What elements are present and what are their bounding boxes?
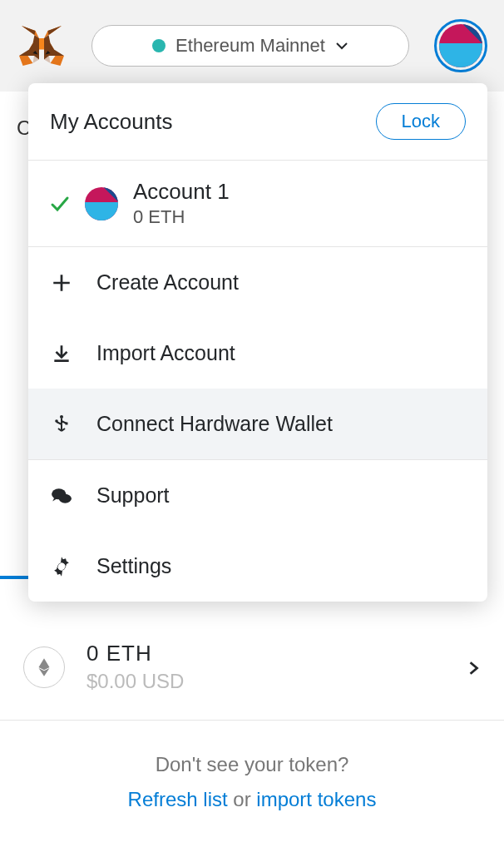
- metamask-fox-logo: [17, 21, 67, 71]
- account-avatar-icon: [85, 187, 118, 220]
- svg-marker-3: [19, 56, 33, 66]
- svg-point-17: [59, 493, 72, 503]
- plus-icon: [50, 271, 73, 295]
- svg-point-13: [60, 415, 63, 419]
- prompt-question: Don't see your token?: [0, 753, 504, 776]
- account-item[interactable]: Account 1 0 ETH: [28, 161, 487, 247]
- create-account-item[interactable]: Create Account: [28, 247, 487, 318]
- network-status-dot: [152, 39, 166, 52]
- connect-hardware-item[interactable]: Connect Hardware Wallet: [28, 389, 487, 459]
- token-text: 0 ETH $0.00 USD: [86, 641, 466, 693]
- download-icon: [50, 342, 73, 365]
- refresh-list-link[interactable]: Refresh list: [128, 788, 228, 810]
- account-avatar-button[interactable]: [434, 19, 487, 72]
- svg-marker-9: [44, 26, 64, 60]
- token-usd: $0.00 USD: [86, 670, 466, 693]
- svg-point-18: [58, 562, 65, 569]
- token-row[interactable]: 0 ETH $0.00 USD: [0, 641, 504, 693]
- dropdown-header: My Accounts Lock: [28, 83, 487, 161]
- svg-marker-10: [39, 38, 44, 50]
- lock-button[interactable]: Lock: [376, 103, 466, 140]
- eth-icon: [23, 646, 65, 688]
- support-item[interactable]: Support: [28, 459, 487, 531]
- import-account-item[interactable]: Import Account: [28, 318, 487, 389]
- chat-icon: [50, 484, 73, 508]
- prompt-links: Refresh list or import tokens: [0, 788, 504, 811]
- usb-icon: [50, 413, 73, 436]
- menu-label: Support: [96, 483, 170, 508]
- settings-item[interactable]: Settings: [28, 531, 487, 602]
- network-label: Ethereum Mainnet: [175, 35, 325, 57]
- menu-label: Import Account: [96, 341, 235, 365]
- account-name: Account 1: [133, 179, 230, 205]
- footer-prompt: Don't see your token? Refresh list or im…: [0, 753, 504, 811]
- account-info: Account 1 0 ETH: [133, 179, 230, 228]
- account-dropdown: My Accounts Lock Account 1 0 ETH Create …: [28, 83, 487, 602]
- import-tokens-link[interactable]: import tokens: [256, 788, 376, 810]
- svg-rect-15: [66, 422, 68, 424]
- svg-marker-2: [51, 56, 65, 66]
- menu-label: Settings: [96, 554, 171, 578]
- chevron-right-icon: [466, 651, 481, 682]
- divider: [0, 720, 504, 721]
- check-icon: [50, 194, 70, 214]
- chevron-down-icon: [335, 39, 348, 52]
- account-avatar-icon: [439, 24, 482, 67]
- menu-label: Connect Hardware Wallet: [96, 412, 333, 436]
- network-selector[interactable]: Ethereum Mainnet: [91, 25, 409, 67]
- svg-marker-8: [19, 26, 39, 60]
- menu-label: Create Account: [96, 270, 239, 295]
- account-balance: 0 ETH: [133, 206, 230, 228]
- or-text: or: [228, 788, 257, 810]
- gear-icon: [50, 555, 73, 578]
- dropdown-title: My Accounts: [50, 109, 172, 135]
- app-header: Ethereum Mainnet: [0, 0, 504, 92]
- svg-point-14: [55, 419, 58, 423]
- token-amount: 0 ETH: [86, 641, 466, 666]
